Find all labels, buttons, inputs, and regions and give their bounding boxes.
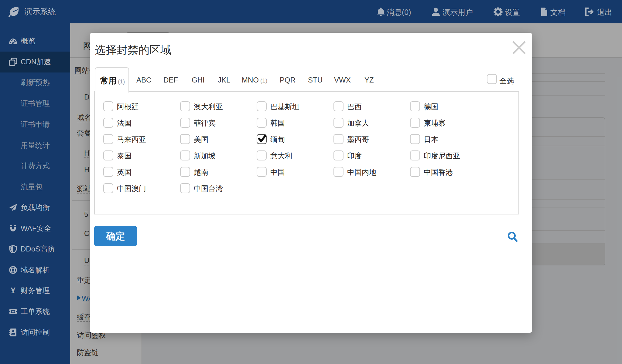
svg-text:¥: ¥	[11, 286, 15, 295]
